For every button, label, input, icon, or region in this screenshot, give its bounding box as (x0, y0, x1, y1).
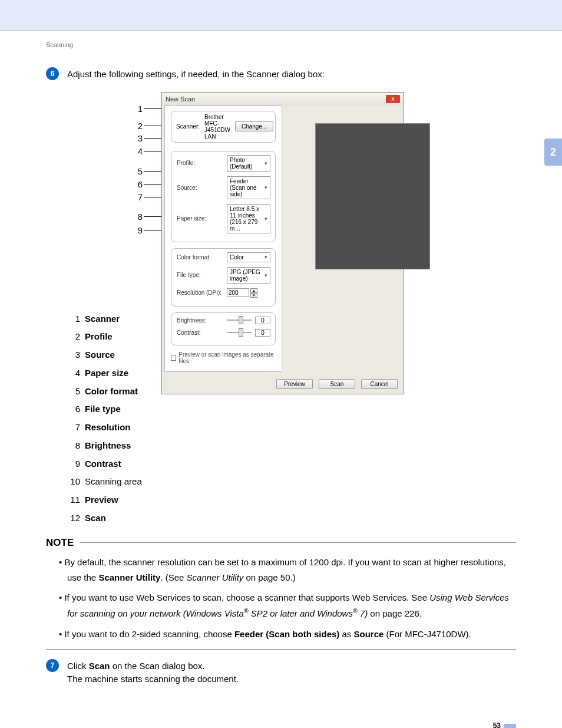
note-heading: NOTE (46, 537, 74, 549)
profile-label: Profile: (176, 159, 223, 167)
close-icon[interactable]: x (386, 95, 400, 103)
scanner-dialog-figure: 1 2 3 4 5 6 7 8 9 10 11 12 New Scan x (131, 92, 431, 298)
field-scan: Scan (85, 509, 106, 528)
callout-8: 8 (131, 212, 143, 222)
callout-7: 7 (131, 192, 143, 202)
change-button[interactable]: Change... (235, 121, 273, 131)
colorformat-select[interactable]: Color (227, 252, 270, 262)
step-6-text: Adjust the following settings, if needed… (67, 67, 325, 81)
note-heading-row: NOTE (46, 537, 516, 549)
resolution-label: Resolution (DPI): (176, 289, 223, 297)
papersize-label: Paper size: (176, 215, 223, 222)
callout-5: 5 (131, 166, 143, 176)
scan-button[interactable]: Scan (319, 379, 355, 389)
scanner-prefix: Scanner: (176, 123, 200, 130)
callout-2: 2 (131, 121, 143, 131)
checkbox-icon[interactable] (171, 355, 176, 361)
step-7: 7 Click Scan on the Scan dialog box. The… (46, 659, 516, 686)
filetype-select[interactable]: JPG (JPEG image) (227, 267, 270, 284)
brightness-label: Brightness: (176, 317, 223, 324)
resolution-input[interactable] (227, 288, 249, 297)
field-profile: Profile (85, 328, 113, 346)
field-color-format: Color format (85, 383, 138, 401)
source-select[interactable]: Feeder (Scan one side) (227, 176, 270, 199)
preview-button[interactable]: Preview (276, 379, 313, 389)
spin-down-icon[interactable]: ▼ (250, 293, 257, 298)
field-scanning-area: Scanning area (85, 473, 142, 491)
dialog-titlebar: New Scan x (162, 93, 404, 106)
top-band (0, 0, 562, 31)
step-bullet-6: 6 (46, 67, 59, 80)
breadcrumb: Scanning (46, 41, 516, 48)
field-brightness: Brightness (85, 437, 131, 455)
callout-9: 9 (131, 225, 143, 235)
contrast-value: 0 (255, 329, 270, 337)
note-item-2: If you want to use Web Services to scan,… (59, 590, 516, 622)
cancel-button[interactable]: Cancel (361, 379, 398, 389)
note-item-3: If you want to do 2-sided scanning, choo… (59, 627, 516, 642)
field-resolution: Resolution (85, 419, 131, 437)
scanner-name: Brother MFC-J4510DW LAN (204, 114, 230, 140)
field-preview: Preview (85, 491, 118, 509)
colorformat-label: Color format: (176, 253, 223, 261)
preview-area (315, 123, 430, 269)
step-bullet-7: 7 (46, 659, 59, 672)
callout-3: 3 (131, 133, 143, 143)
filetype-label: File type: (176, 271, 223, 279)
note-rule-bottom (46, 649, 516, 650)
contrast-slider[interactable] (227, 332, 252, 333)
papersize-select[interactable]: Letter 8.5 x 11 inches (216 x 279 m… (227, 204, 270, 233)
note-rule-top (80, 542, 516, 543)
contrast-label: Contrast: (176, 329, 223, 337)
callout-4: 4 (131, 146, 143, 156)
new-scan-dialog: New Scan x Scanner: Brother MFC-J4510DW … (161, 92, 404, 394)
step-6: 6 Adjust the following settings, if need… (46, 67, 516, 81)
separate-files-label: Preview or scan images as separate files (178, 351, 276, 364)
spin-up-icon[interactable]: ▲ (250, 288, 257, 293)
brightness-value: 0 (255, 317, 270, 324)
note-list: By default, the scanner resolution can b… (59, 555, 516, 642)
resolution-spinner[interactable]: ▲▼ (227, 288, 257, 298)
callout-1: 1 (131, 104, 143, 114)
field-scanner: Scanner (85, 310, 120, 328)
chapter-tab: 2 (544, 139, 562, 166)
dialog-title: New Scan (166, 95, 195, 103)
page-number: 53 (46, 722, 516, 728)
separate-files-checkbox-row[interactable]: Preview or scan images as separate files (171, 351, 276, 364)
field-source: Source (85, 346, 115, 364)
note-item-1: By default, the scanner resolution can b… (59, 555, 516, 586)
page-number-bar-icon (504, 724, 516, 728)
brightness-slider[interactable] (227, 319, 252, 321)
page-content: Scanning 2 6 Adjust the following settin… (0, 41, 562, 728)
scanner-row: Scanner: Brother MFC-J4510DW LAN Change.… (171, 111, 276, 143)
callout-6: 6 (131, 179, 143, 189)
profile-select[interactable]: Photo (Default) (227, 155, 270, 172)
step-7-text: Click Scan on the Scan dialog box. The m… (67, 659, 239, 686)
field-contrast: Contrast (85, 455, 121, 473)
field-paper-size: Paper size (85, 364, 128, 383)
source-label: Source: (176, 184, 223, 192)
field-file-type: File type (85, 400, 121, 419)
